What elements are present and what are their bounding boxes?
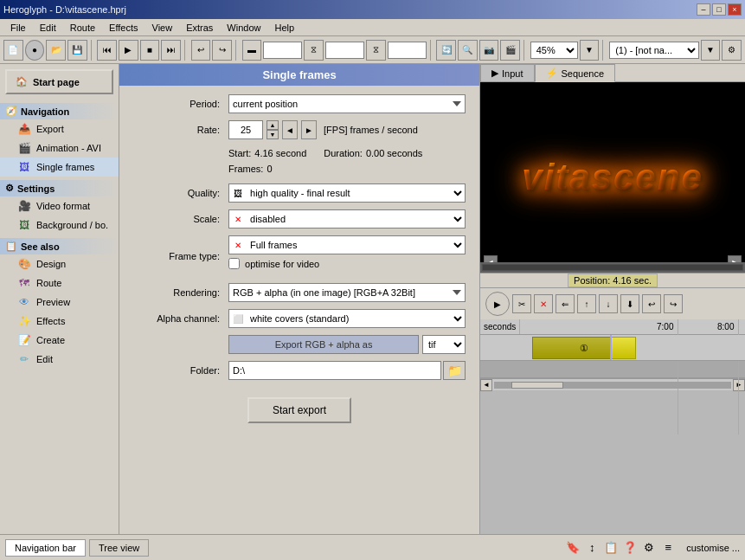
- toolbar-btn-save[interactable]: 💾: [67, 40, 87, 61]
- sidebar-item-design[interactable]: 🎨 Design: [0, 254, 119, 274]
- toolbar-btn-zoom-arr[interactable]: ▼: [580, 40, 600, 61]
- timeline-scroll-track[interactable]: [494, 382, 731, 389]
- minimize-button[interactable]: –: [697, 3, 710, 16]
- timeline-scroll-thumb[interactable]: [511, 382, 563, 389]
- timeline-scrollbar[interactable]: ◄ ►: [480, 378, 745, 390]
- preview-scrollbar[interactable]: [480, 262, 745, 273]
- track-select[interactable]: (1) - [not na...: [609, 42, 699, 59]
- toolbar-btn-open[interactable]: 📂: [46, 40, 66, 61]
- toolbar-btn-refresh[interactable]: 🔄: [436, 40, 456, 61]
- close-button[interactable]: ×: [728, 3, 742, 16]
- menu-route[interactable]: Route: [63, 21, 102, 35]
- optimise-checkbox[interactable]: [228, 258, 240, 269]
- sidebar-item-create[interactable]: 📝 Create: [0, 331, 119, 350]
- play-button[interactable]: ▶: [485, 292, 510, 316]
- rate-input[interactable]: 25: [228, 120, 263, 139]
- menu-edit[interactable]: Edit: [33, 21, 63, 35]
- rate-next-btn[interactable]: ►: [301, 120, 317, 139]
- sidebar-item-background[interactable]: 🖼 Background / bo.: [0, 216, 119, 235]
- customise-text[interactable]: customise ...: [686, 543, 740, 553]
- frame-type-select[interactable]: Full frames: [247, 236, 465, 254]
- toolbar-btn-next[interactable]: ⏭: [161, 40, 181, 61]
- toolbar-separator-6: [602, 40, 606, 61]
- toolbar-btn-new[interactable]: 📄: [3, 40, 23, 61]
- folder-browse-button[interactable]: 📁: [443, 361, 466, 380]
- status-icon-3[interactable]: 📋: [603, 540, 619, 556]
- toolbar-btn-stop[interactable]: ■: [140, 40, 160, 61]
- quality-select[interactable]: high quality - final result: [247, 184, 465, 202]
- period-select[interactable]: current position: [228, 94, 466, 113]
- sidebar-item-video-format[interactable]: 🎥 Video format: [0, 196, 119, 216]
- toolbar-btn-redo[interactable]: ↪: [212, 40, 232, 61]
- tl-move-down[interactable]: ↓: [599, 294, 618, 313]
- toolbar-btn-camera[interactable]: 📷: [479, 40, 499, 61]
- toolbar-input-3[interactable]: 0.00: [388, 42, 427, 59]
- toolbar-btn-circle[interactable]: ●: [25, 40, 45, 61]
- timeline-scroll-left[interactable]: ◄: [480, 379, 492, 391]
- status-icon-help[interactable]: ❓: [622, 540, 638, 556]
- start-page-button[interactable]: 🏠 Start page: [5, 69, 113, 94]
- animation-icon: 🎬: [17, 141, 31, 155]
- status-icon-2[interactable]: ↕: [584, 540, 600, 556]
- title-bar: Heroglyph - D:\vitascene.hprj – □ ×: [0, 0, 745, 19]
- tl-delete-button[interactable]: ✕: [534, 294, 553, 313]
- toolbar-btn-play[interactable]: ▶: [119, 40, 138, 61]
- rate-down-arrow[interactable]: ▼: [267, 130, 279, 139]
- toolbar-separator-2: [184, 40, 188, 61]
- status-icon-1[interactable]: 🔖: [565, 540, 581, 556]
- tab-tree-view[interactable]: Tree view: [89, 539, 149, 557]
- toolbar-btn-prev[interactable]: ⏮: [97, 40, 117, 61]
- sidebar-item-route[interactable]: 🗺 Route: [0, 274, 119, 293]
- rendering-select[interactable]: RGB + alpha (in one image) [RGB+A 32Bit]: [228, 283, 466, 302]
- tab-input[interactable]: ▶ Input: [480, 64, 534, 81]
- menu-help[interactable]: Help: [267, 21, 301, 35]
- start-export-button[interactable]: Start export: [247, 397, 351, 423]
- tl-move-up[interactable]: ↑: [577, 294, 596, 313]
- alpha-channel-select[interactable]: white covers (standard): [247, 310, 465, 327]
- tl-back[interactable]: ↩: [642, 294, 661, 313]
- menu-view[interactable]: View: [145, 21, 180, 35]
- export-rgb-button[interactable]: Export RGB + alpha as: [228, 335, 419, 354]
- settings-header: ⚙ Settings: [0, 180, 119, 196]
- sidebar-item-preview[interactable]: 👁 Preview: [0, 293, 119, 312]
- rate-prev-btn[interactable]: ◄: [282, 120, 298, 139]
- sidebar-item-export[interactable]: 📤 Export: [0, 119, 119, 138]
- tab-navigation-bar[interactable]: Navigation bar: [5, 539, 86, 557]
- sidebar-item-single-frames[interactable]: 🖼 Single frames: [0, 158, 119, 177]
- tab-sequence[interactable]: ⚡ Sequence: [535, 64, 616, 82]
- sidebar-item-animation-avi[interactable]: 🎬 Animation - AVI: [0, 138, 119, 158]
- sidebar-item-effects[interactable]: ✨ Effects: [0, 312, 119, 331]
- menu-window[interactable]: Window: [220, 21, 267, 35]
- toolbar-input-2[interactable]: 5.00: [325, 42, 364, 59]
- toolbar-btn-a1[interactable]: ⧖: [304, 40, 324, 61]
- menu-extras[interactable]: Extras: [179, 21, 220, 35]
- toolbar-input-1[interactable]: 0.00: [263, 42, 302, 59]
- tl-forward[interactable]: ↪: [664, 294, 683, 313]
- timeline-track[interactable]: ①: [480, 335, 745, 361]
- menu-file[interactable]: File: [3, 21, 33, 35]
- toolbar-btn-track-arr[interactable]: ▼: [701, 40, 721, 61]
- toolbar-btn-film[interactable]: 🎬: [500, 40, 520, 61]
- tl-download[interactable]: ⬇: [620, 294, 639, 313]
- toolbar-btn-search[interactable]: 🔍: [458, 40, 478, 61]
- toolbar-btn-timeline[interactable]: ▬: [242, 40, 262, 61]
- tl-align-left[interactable]: ⇐: [556, 294, 575, 313]
- edit-icon: ✏: [17, 352, 31, 366]
- timeline-playhead[interactable]: [610, 335, 612, 360]
- status-icon-menu[interactable]: ≡: [660, 540, 676, 556]
- toolbar-btn-undo[interactable]: ↩: [191, 40, 211, 61]
- status-icon-settings[interactable]: ⚙: [641, 540, 657, 556]
- menu-effects[interactable]: Effects: [102, 21, 145, 35]
- scale-select[interactable]: disabled: [247, 210, 465, 228]
- folder-input[interactable]: D:\: [228, 361, 441, 380]
- zoom-select[interactable]: 45% 100%: [530, 42, 578, 59]
- maximize-button[interactable]: □: [712, 3, 726, 16]
- toolbar-btn-a2[interactable]: ⧖: [366, 40, 386, 61]
- frame-type-controls: ✕ Full frames optimise for video: [228, 235, 466, 276]
- sidebar-item-edit[interactable]: ✏ Edit: [0, 350, 119, 369]
- rate-up-arrow[interactable]: ▲: [267, 120, 279, 130]
- export-format-select[interactable]: tif jpg png bmp: [422, 335, 466, 354]
- toolbar-btn-extra[interactable]: ⚙: [722, 40, 742, 61]
- navigation-title: Navigation: [21, 106, 69, 117]
- tl-cut-button[interactable]: ✂: [512, 294, 531, 313]
